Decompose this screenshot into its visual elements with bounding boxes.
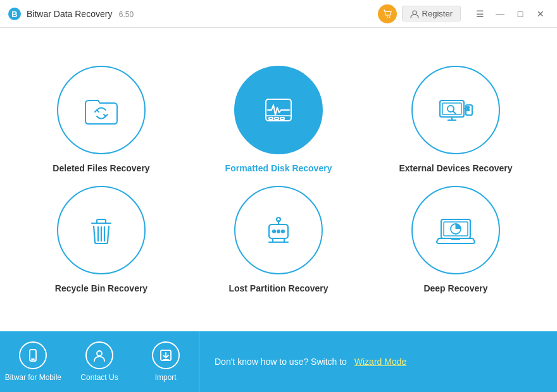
contact-label: Contact Us (80, 373, 118, 382)
deleted-files-label: Deleted Files Recovery (53, 163, 149, 173)
buy-button[interactable] (378, 4, 397, 23)
register-button[interactable]: Register (402, 6, 461, 21)
svg-point-4 (413, 11, 416, 15)
lost-partition-recovery[interactable]: Lost Partition Recovery (209, 186, 348, 293)
external-devices-label: External Devices Recovery (399, 163, 513, 173)
mobile-button[interactable]: Bitwar for Mobile (0, 331, 66, 392)
svg-rect-17 (467, 107, 469, 108)
title-bar: B Bitwar Data Recovery 6.50 Register ☰ —… (0, 0, 557, 28)
minimize-button[interactable]: — (491, 5, 509, 23)
deep-recovery[interactable]: Deep Recovery (386, 186, 525, 293)
external-devices-icon (411, 66, 500, 154)
import-button[interactable]: Import (132, 331, 199, 392)
mobile-icon (19, 341, 47, 369)
message-prefix: Don't know how to use? Switch to (215, 357, 347, 367)
recycle-bin-recovery[interactable]: Recycle Bin Recovery (32, 186, 171, 293)
svg-rect-8 (275, 118, 278, 119)
deep-recovery-label: Deep Recovery (423, 283, 487, 293)
app-title: Bitwar Data Recovery 6.50 (27, 8, 134, 20)
svg-point-39 (97, 351, 102, 356)
import-icon (152, 341, 180, 369)
recovery-grid: Deleted Files Recovery Formatted Disk Re… (32, 66, 525, 293)
app-logo-icon: B (8, 7, 22, 21)
svg-rect-36 (451, 238, 460, 240)
svg-rect-7 (269, 118, 273, 119)
lost-partition-label: Lost Partition Recovery (228, 283, 328, 293)
menu-button[interactable]: ☰ (471, 5, 489, 23)
formatted-disk-icon (234, 66, 323, 154)
lost-partition-icon (234, 186, 323, 274)
app-version: 6.50 (119, 10, 134, 19)
bottom-icons: Bitwar for Mobile Contact Us (0, 331, 199, 392)
wizard-mode-link[interactable]: Wizard Mode (354, 357, 406, 367)
contact-button[interactable]: Contact Us (66, 331, 133, 392)
svg-point-26 (277, 230, 280, 233)
close-button[interactable]: ✕ (532, 5, 549, 23)
contact-icon (85, 341, 113, 369)
svg-rect-18 (467, 109, 469, 111)
svg-rect-9 (280, 118, 284, 119)
deep-recovery-icon (411, 186, 500, 274)
svg-point-32 (277, 217, 280, 221)
deleted-files-recovery[interactable]: Deleted Files Recovery (32, 66, 171, 173)
formatted-disk-recovery[interactable]: Formatted Disk Recovery (209, 66, 348, 173)
bottom-bar: Bitwar for Mobile Contact Us (0, 331, 557, 392)
bottom-message: Don't know how to use? Switch to Wizard … (199, 357, 557, 367)
recycle-bin-icon (57, 186, 146, 274)
mobile-label: Bitwar for Mobile (5, 373, 61, 382)
recycle-bin-label: Recycle Bin Recovery (55, 283, 147, 293)
svg-point-27 (282, 230, 284, 233)
svg-point-25 (273, 230, 275, 233)
svg-rect-11 (442, 103, 461, 114)
external-devices-recovery[interactable]: External Devices Recovery (386, 66, 525, 173)
main-content: Deleted Files Recovery Formatted Disk Re… (0, 28, 557, 331)
svg-point-2 (387, 16, 388, 18)
deleted-files-icon (57, 66, 146, 154)
svg-text:B: B (11, 9, 17, 18)
maximize-button[interactable]: □ (511, 5, 529, 23)
formatted-disk-label: Formatted Disk Recovery (225, 163, 332, 173)
register-label: Register (422, 9, 453, 18)
svg-line-13 (453, 111, 456, 114)
import-label: Import (155, 373, 177, 382)
svg-point-3 (389, 16, 390, 18)
